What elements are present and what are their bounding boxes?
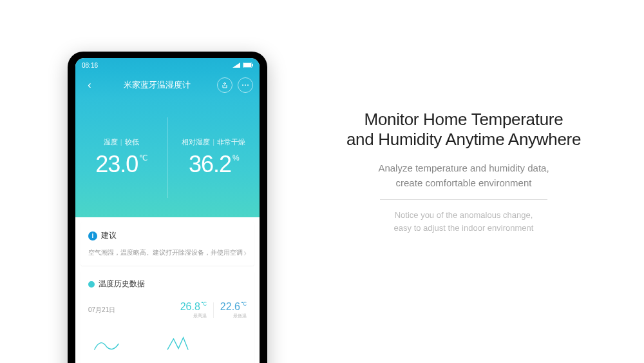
status-bar: 08:16 [75,58,260,72]
history-row: 07月21日 26.8℃ 最高温 22.6℃ 最低温 [88,296,247,324]
phone-screen: 08:16 ‹ 米家蓝牙温湿度计 ⋯ [75,58,260,363]
chevron-right-icon: › [243,248,247,258]
temperature-reading: 温度|较低 23.0 ℃ [75,98,167,217]
history-date: 07月21日 [88,306,115,315]
suggestion-header: i 建议 [88,230,247,241]
humidity-value: 36.2 % [189,151,239,178]
suggestion-text: 空气潮湿，温度略高。建议打开除湿设备，并使用空调 [88,248,243,257]
humidity-reading: 相对湿度|非常干燥 36.2 % [168,98,260,217]
marketing-divider [380,199,547,200]
marketing-note: Notice you of the anomalous change, easy… [316,209,612,234]
history-card: 温度历史数据 07月21日 26.8℃ 最高温 22.6℃ 最低温 [80,271,254,363]
history-graph [88,331,247,357]
history-high: 26.8℃ 最高温 [180,301,207,319]
suggestion-row[interactable]: 空气潮湿，温度略高。建议打开除湿设备，并使用空调 › [88,248,247,258]
marketing-subtext: Analyze temperature and humidity data, c… [316,161,612,190]
history-low: 22.6℃ 最低温 [220,301,247,319]
history-header: 温度历史数据 [88,279,247,289]
suggestion-card: i 建议 空气潮湿，温度略高。建议打开除湿设备，并使用空调 › [80,222,254,266]
title-bar: ‹ 米家蓝牙温湿度计 ⋯ [75,72,260,98]
hero-readings: 温度|较低 23.0 ℃ 相对湿度|非常干燥 36.2 % [75,98,260,217]
back-button[interactable]: ‹ [82,77,97,93]
status-indicators [232,62,253,69]
svg-rect-1 [243,63,251,67]
history-divider [213,302,214,318]
battery-icon [243,62,253,69]
temperature-label: 温度|较低 [104,137,139,147]
signal-icon [232,62,240,69]
info-icon: i [88,231,97,240]
more-button[interactable]: ⋯ [238,77,253,93]
svg-rect-2 [252,64,254,66]
status-time: 08:16 [82,62,98,69]
marketing-copy: Monitor Home Temperature and Humidity An… [316,110,612,234]
page-title: 米家蓝牙温湿度计 [124,79,191,91]
share-button[interactable] [217,77,232,93]
history-values: 26.8℃ 最高温 22.6℃ 最低温 [180,301,247,319]
dot-icon [88,281,95,288]
marketing-headline: Monitor Home Temperature and Humidity An… [316,110,612,150]
temperature-value: 23.0 ℃ [95,151,147,178]
humidity-label: 相对湿度|非常干燥 [182,137,245,147]
phone-frame: 08:16 ‹ 米家蓝牙温湿度计 ⋯ [68,52,267,363]
